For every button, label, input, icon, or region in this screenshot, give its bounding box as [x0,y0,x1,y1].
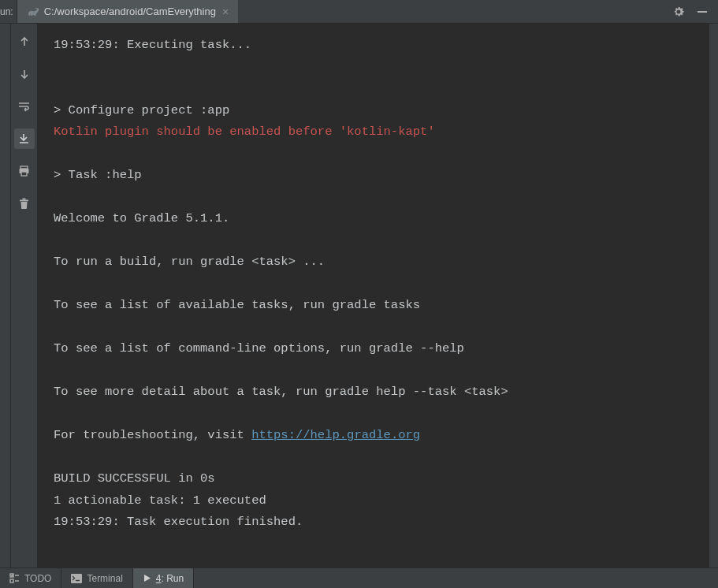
scroll-up-button[interactable] [14,32,35,52]
tab-run[interactable]: 4: Run [133,568,194,588]
console-line: To see a list of command-line options, r… [54,341,464,355]
left-gutter [0,24,11,568]
console-output[interactable]: 19:53:29: Executing task... > Configure … [38,24,709,568]
scroll-down-button[interactable] [14,64,35,84]
vertical-scrollbar[interactable] [709,24,718,568]
bottom-tab-label: : Run [162,573,184,584]
svg-rect-8 [10,579,13,582]
print-button[interactable] [14,161,35,181]
play-icon [143,574,151,582]
console-line: To run a build, run gradle <task> ... [54,255,325,269]
console-line: 19:53:29: Task execution finished. [54,515,303,529]
terminal-icon [71,574,82,583]
todo-checklist-icon [9,573,20,583]
console-line: 19:53:29: Executing task... [54,38,251,52]
bottom-tab-label: TODO [24,573,51,584]
gradle-elephant-icon [27,6,39,18]
close-tab-icon[interactable]: × [221,6,230,18]
svg-rect-4 [23,198,26,199]
tab-bar: un: C:/workspace/android/CamEverything × [0,0,718,24]
run-config-tab[interactable]: C:/workspace/android/CamEverything × [17,0,238,23]
svg-rect-3 [21,172,27,176]
console-line: Welcome to Gradle 5.1.1. [54,211,229,225]
console-line: > Configure project :app [54,103,229,117]
console-line: For troubleshooting, visit [54,428,251,442]
svg-rect-10 [71,574,82,583]
console-line-error: Kotlin plugin should be enabled before '… [54,125,435,139]
console-toolbar [11,24,38,568]
tab-terminal[interactable]: Terminal [61,568,132,588]
svg-rect-1 [20,166,28,169]
console-line: To see more detail about a task, run gra… [54,385,508,399]
bottom-tab-number: 4 [156,573,162,584]
minimize-icon[interactable] [696,6,709,18]
gear-icon[interactable] [672,6,685,18]
tab-title: C:/workspace/android/CamEverything [44,6,216,17]
tab-todo[interactable]: TODO [0,568,61,588]
clear-button[interactable] [14,193,35,214]
svg-rect-5 [20,199,28,201]
run-label: un: [0,0,17,23]
bottom-tool-bar: TODO Terminal 4: Run [0,568,718,588]
console-line: To see a list of available tasks, run gr… [54,298,420,312]
console-line: 1 actionable task: 1 executed [54,493,266,508]
top-right-icons [663,0,718,23]
soft-wrap-button[interactable] [14,96,35,117]
console-line: > Task :help [54,168,142,182]
console-line: BUILD SUCCESSFUL in 0s [54,471,215,486]
scroll-to-end-button[interactable] [14,128,35,149]
console-link[interactable]: https://help.gradle.org [251,428,420,442]
bottom-tab-label: Terminal [87,573,122,584]
